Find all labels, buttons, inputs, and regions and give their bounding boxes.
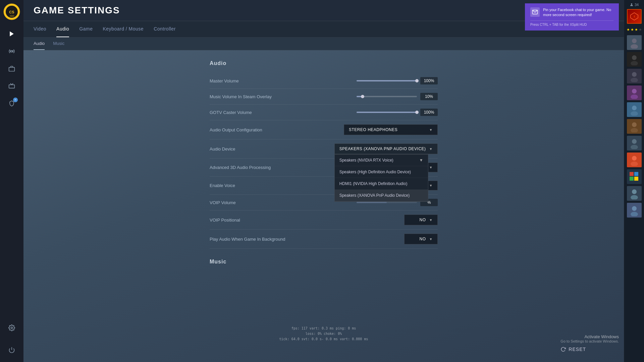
voip-positional-dropdown[interactable]: NO ▼	[404, 215, 438, 225]
tab-keyboard-mouse[interactable]: Keyboard / Mouse	[103, 21, 144, 37]
master-volume-thumb[interactable]	[415, 79, 419, 82]
activate-windows: Activate Windows Go to Settings to activ…	[560, 334, 619, 343]
footer-stats: fps: 117 vart: 0.3 ms ping: 0 ms loss: 0…	[279, 326, 368, 342]
svg-point-18	[632, 72, 637, 77]
avatar-5[interactable]	[627, 102, 642, 117]
dropdown-option-hdmi[interactable]: HDMI1 (NVIDIA High Definition Audio)	[335, 178, 428, 190]
avatar-6[interactable]	[627, 119, 642, 134]
audio-device-row: Audio Device SPEAKERS (XANOVA PNP AUDIO …	[210, 139, 438, 159]
svg-point-29	[631, 162, 638, 166]
shield-badge: +	[13, 98, 18, 102]
sidebar-power-icon[interactable]	[5, 343, 18, 357]
svg-point-22	[632, 106, 637, 110]
tab-audio[interactable]: Audio	[56, 21, 69, 37]
audio-device-label: Audio Device	[210, 146, 334, 152]
voip-positional-value: NO	[420, 218, 426, 222]
gotv-volume-control: 100%	[357, 109, 438, 116]
main-content: GAME SETTINGS Video Audio Game Keyboard …	[23, 0, 624, 362]
svg-point-11	[631, 3, 632, 5]
audio-output-label: Audio Output Configuration	[210, 127, 344, 132]
voip-positional-label: VOIP Positional	[210, 218, 404, 223]
subtab-music[interactable]: Music	[53, 38, 64, 50]
avatar-4[interactable]	[627, 85, 642, 100]
voip-volume-track[interactable]	[357, 202, 417, 203]
svg-point-6	[11, 51, 13, 52]
svg-rect-8	[9, 85, 15, 88]
play-bg-audio-label: Play Audio When Game In Background	[210, 237, 404, 242]
play-bg-audio-row: Play Audio When Game In Background NO ▼	[210, 230, 438, 249]
csgo-logo[interactable]: CS :GO	[3, 3, 20, 20]
svg-point-14	[632, 39, 637, 43]
svg-point-21	[631, 95, 638, 99]
avatar-3[interactable]	[627, 69, 642, 83]
reset-button[interactable]: RESET	[560, 347, 586, 352]
gotv-volume-thumb[interactable]	[415, 111, 419, 114]
voip-positional-row: VOIP Positional NO ▼	[210, 210, 438, 230]
music-volume-track[interactable]	[357, 96, 417, 97]
play-bg-audio-dropdown[interactable]: NO ▼	[404, 234, 438, 244]
sidebar-inventory-icon[interactable]	[5, 62, 18, 75]
stats-line1: fps: 117 vart: 0.3 ms ping: 0 ms	[279, 326, 368, 331]
svg-point-28	[632, 156, 637, 161]
music-volume-thumb[interactable]	[361, 95, 364, 98]
audio-device-value: SPEAKERS (XANOVA PNP AUDIO DEVICE)	[339, 146, 426, 151]
avatar-9[interactable]	[627, 169, 642, 184]
tab-video[interactable]: Video	[34, 21, 46, 37]
dropdown-option-nvidia-rtx-label: Speakers (NVIDIA RTX Voice)	[339, 158, 393, 163]
svg-point-34	[632, 189, 637, 194]
dropdown-option-nvidia-rtx-arrow: ▼	[419, 158, 423, 163]
avatar-2[interactable]	[627, 52, 642, 67]
svg-point-26	[632, 139, 637, 144]
play-bg-audio-arrow: ▼	[429, 237, 433, 241]
settings-panel: Audio Master Volume 100% Music Volume In…	[203, 60, 444, 265]
advanced-3d-arrow: ▼	[429, 166, 433, 169]
sidebar-settings-icon[interactable]	[5, 321, 18, 335]
sidebar-tv-icon[interactable]	[5, 79, 18, 93]
tab-game[interactable]: Game	[79, 21, 93, 37]
svg-rect-31	[634, 172, 638, 176]
audio-device-arrow: ▼	[429, 147, 433, 151]
notification-text: Pin your Facebook chat to your game. No …	[543, 7, 613, 18]
master-volume-value: 100%	[420, 77, 438, 84]
master-volume-track[interactable]	[357, 80, 417, 81]
audio-output-row: Audio Output Configuration STEREO HEADPH…	[210, 120, 438, 139]
tab-controller[interactable]: Controller	[154, 21, 176, 37]
enable-voice-arrow: ▼	[429, 184, 433, 187]
avatar-10[interactable]	[627, 186, 642, 201]
avatar-stars: ★ ★ ★ ★	[627, 25, 642, 34]
sidebar-broadcast-icon[interactable]	[5, 45, 18, 58]
notification-popup: Pin your Facebook chat to your game. No …	[525, 3, 619, 31]
audio-output-dropdown[interactable]: STEREO HEADPHONES ▼	[344, 124, 438, 135]
svg-point-27	[631, 145, 638, 149]
avatar-7[interactable]	[627, 136, 642, 150]
sidebar-shield-icon[interactable]: +	[5, 97, 18, 110]
avatar-8[interactable]	[627, 153, 642, 167]
audio-output-arrow: ▼	[429, 128, 433, 132]
audio-output-value: STEREO HEADPHONES	[349, 127, 397, 132]
avatar-1[interactable]	[627, 35, 642, 50]
svg-point-9	[11, 327, 13, 329]
svg-rect-33	[634, 177, 638, 181]
play-bg-audio-value: NO	[420, 237, 426, 241]
sidebar-play-button[interactable]	[5, 27, 18, 41]
subtab-audio[interactable]: Audio	[34, 38, 45, 50]
rank-avatar[interactable]: I	[627, 9, 642, 24]
avatar-11[interactable]	[627, 203, 642, 218]
content-area: Audio Master Volume 100% Music Volume In…	[23, 50, 624, 362]
dropdown-option-high-def[interactable]: Speakers (High Definition Audio Device)	[335, 166, 428, 178]
gotv-volume-fill	[357, 112, 417, 113]
dropdown-option-xanova-label: Speakers (XANOVA PnP Audio Device)	[339, 193, 410, 198]
gotv-volume-track[interactable]	[357, 112, 417, 113]
svg-rect-7	[9, 67, 15, 71]
music-volume-control: 10%	[357, 93, 438, 100]
dropdown-option-xanova[interactable]: Speakers (XANOVA PnP Audio Device)	[335, 190, 428, 201]
audio-device-dropdown-container: SPEAKERS (XANOVA PNP AUDIO DEVICE) ▼ Spe…	[334, 143, 438, 154]
audio-device-dropdown[interactable]: SPEAKERS (XANOVA PNP AUDIO DEVICE) ▼	[334, 143, 438, 154]
svg-point-37	[631, 212, 638, 216]
page-title: GAME SETTINGS	[34, 5, 120, 16]
music-volume-value: 10%	[420, 93, 438, 100]
dropdown-option-nvidia-rtx[interactable]: Speakers (NVIDIA RTX Voice) ▼	[335, 155, 428, 166]
star-2: ★	[631, 27, 634, 32]
svg-point-17	[631, 61, 638, 65]
svg-rect-32	[630, 177, 634, 181]
